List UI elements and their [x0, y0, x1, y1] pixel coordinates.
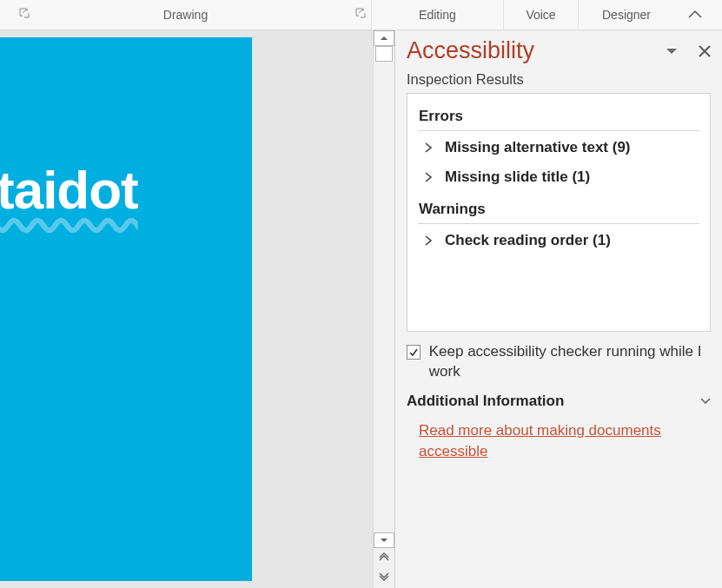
ribbon-group-editing: Editing [372, 0, 504, 30]
accessibility-panel: Accessibility Inspection Results Errors … [394, 30, 722, 588]
keep-running-row: Keep accessibility checker running while… [407, 332, 711, 387]
scroll-thumb[interactable] [375, 46, 393, 62]
ribbon-group-editing-label: Editing [419, 8, 456, 22]
inspection-results-label: Inspection Results [407, 71, 711, 88]
chevron-right-icon[interactable] [421, 235, 436, 247]
ribbon-group-voice-label: Voice [526, 8, 555, 22]
error-item[interactable]: Missing alternative text (9) [419, 133, 699, 162]
inspection-results-box: Errors Missing alternative text (9) Miss… [407, 93, 711, 332]
keep-running-label: Keep accessibility checker running while… [429, 342, 711, 382]
ribbon-group-drawing-label: Drawing [163, 8, 208, 22]
slide-editor-area: taidot [0, 30, 394, 588]
ribbon-bar: Drawing Editing Voice Designer [0, 0, 722, 30]
next-slide-button[interactable] [374, 566, 394, 585]
read-more-link[interactable]: Read more about making documents accessi… [419, 422, 661, 459]
divider [418, 130, 699, 131]
warning-item-label: Check reading order (1) [445, 232, 611, 249]
scroll-down-button[interactable] [374, 532, 394, 548]
close-panel-button[interactable] [699, 45, 711, 57]
chevron-right-icon[interactable] [421, 142, 436, 154]
dialog-launcher-icon[interactable] [19, 8, 30, 18]
divider [418, 223, 699, 224]
ribbon-group-drawing: Drawing [0, 0, 372, 30]
panel-title: Accessibility [407, 37, 534, 64]
ribbon-group-voice: Voice [504, 0, 579, 30]
panel-options-dropdown[interactable] [666, 47, 678, 56]
dialog-launcher-icon[interactable] [355, 8, 366, 18]
slide-canvas[interactable]: taidot [0, 37, 252, 581]
additional-information-label: Additional Information [407, 393, 564, 410]
chevron-right-icon[interactable] [421, 171, 436, 183]
vertical-scrollbar [373, 30, 394, 588]
scroll-track[interactable] [374, 46, 394, 532]
previous-slide-button[interactable] [374, 548, 394, 566]
error-item-label: Missing slide title (1) [445, 168, 590, 186]
additional-information-header[interactable]: Additional Information [407, 387, 711, 413]
chevron-down-icon[interactable] [700, 397, 711, 406]
warnings-section-header: Warnings [419, 201, 699, 218]
panel-header: Accessibility [407, 37, 711, 64]
ribbon-group-designer: Designer [579, 0, 674, 30]
ribbon-group-designer-label: Designer [602, 8, 651, 22]
scroll-up-button[interactable] [374, 30, 394, 46]
slide-title-text[interactable]: taidot [0, 159, 138, 221]
keep-running-checkbox[interactable] [407, 345, 421, 360]
error-item[interactable]: Missing slide title (1) [419, 162, 699, 192]
help-link-wrap: Read more about making documents accessi… [407, 413, 711, 462]
collapse-ribbon-button[interactable] [674, 0, 716, 30]
warning-item[interactable]: Check reading order (1) [419, 226, 699, 255]
errors-section-header: Errors [419, 108, 699, 125]
error-item-label: Missing alternative text (9) [445, 139, 631, 156]
